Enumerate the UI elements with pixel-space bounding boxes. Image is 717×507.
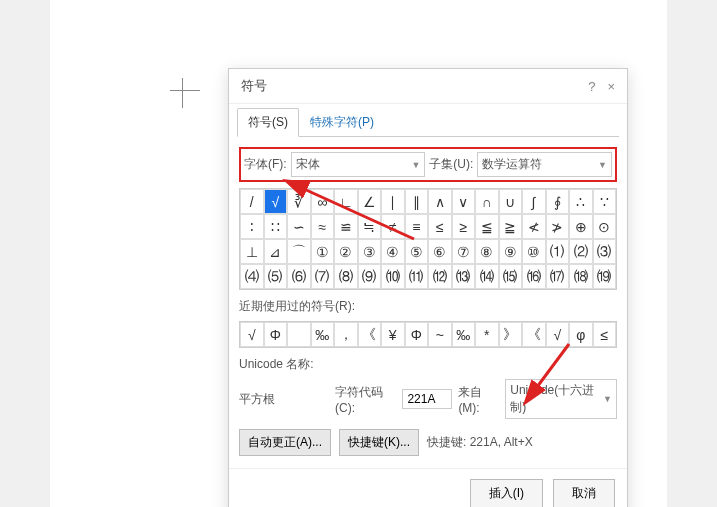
symbol-cell[interactable]: ⌒ bbox=[287, 239, 311, 264]
autocorrect-button[interactable]: 自动更正(A)... bbox=[239, 429, 331, 456]
symbol-cell[interactable]: ⑿ bbox=[428, 264, 452, 289]
symbol-cell[interactable]: ⑺ bbox=[311, 264, 335, 289]
code-input[interactable] bbox=[402, 389, 452, 409]
symbol-cell[interactable]: ⑾ bbox=[405, 264, 429, 289]
symbol-cell[interactable]: ⑶ bbox=[593, 239, 617, 264]
recent-cell[interactable]: 《 bbox=[522, 322, 546, 347]
recent-cell[interactable] bbox=[287, 322, 311, 347]
symbol-cell[interactable]: ≠ bbox=[381, 214, 405, 239]
symbol-cell[interactable]: ⊿ bbox=[264, 239, 288, 264]
tab-symbols[interactable]: 符号(S) bbox=[237, 108, 299, 137]
symbol-cell[interactable]: ≈ bbox=[311, 214, 335, 239]
recent-cell[interactable]: ≤ bbox=[593, 322, 617, 347]
symbol-cell[interactable]: ⑹ bbox=[287, 264, 311, 289]
symbol-cell[interactable]: ⊕ bbox=[569, 214, 593, 239]
symbol-cell[interactable]: ≌ bbox=[334, 214, 358, 239]
symbol-cell[interactable]: ∠ bbox=[358, 189, 382, 214]
symbol-cell[interactable]: ∣ bbox=[381, 189, 405, 214]
close-button[interactable]: × bbox=[607, 79, 615, 94]
symbol-cell[interactable]: ∽ bbox=[287, 214, 311, 239]
symbol-cell[interactable]: ∩ bbox=[475, 189, 499, 214]
symbol-cell[interactable]: ⑼ bbox=[358, 264, 382, 289]
symbol-cell[interactable]: ∷ bbox=[264, 214, 288, 239]
symbol-cell[interactable]: ∶ bbox=[240, 214, 264, 239]
recent-cell[interactable]: √ bbox=[240, 322, 264, 347]
symbol-cell[interactable]: ② bbox=[334, 239, 358, 264]
symbol-cell[interactable]: ∞ bbox=[311, 189, 335, 214]
help-button[interactable]: ? bbox=[588, 79, 595, 94]
shortcut-text: 快捷键: 221A, Alt+X bbox=[427, 434, 533, 451]
symbol-cell[interactable]: ∫ bbox=[522, 189, 546, 214]
symbol-cell[interactable]: ⒅ bbox=[569, 264, 593, 289]
symbol-cell[interactable]: ⒆ bbox=[593, 264, 617, 289]
font-select[interactable]: 宋体 ▼ bbox=[291, 152, 426, 177]
symbol-cell[interactable]: ≦ bbox=[475, 214, 499, 239]
symbol-cell[interactable]: ⑴ bbox=[546, 239, 570, 264]
recent-cell[interactable]: ， bbox=[334, 322, 358, 347]
symbol-cell[interactable]: ⑨ bbox=[499, 239, 523, 264]
recent-cell[interactable]: ~ bbox=[428, 322, 452, 347]
subset-select[interactable]: 数学运算符 ▼ bbox=[477, 152, 612, 177]
symbol-cell[interactable]: ⒀ bbox=[452, 264, 476, 289]
symbol-cell[interactable]: ∪ bbox=[499, 189, 523, 214]
symbol-cell[interactable]: ⑥ bbox=[428, 239, 452, 264]
symbol-cell[interactable]: ⒃ bbox=[522, 264, 546, 289]
recent-cell[interactable]: Φ bbox=[405, 322, 429, 347]
symbol-cell[interactable]: √ bbox=[264, 189, 288, 214]
symbol-cell[interactable]: ⑻ bbox=[334, 264, 358, 289]
symbol-cell[interactable]: ∧ bbox=[428, 189, 452, 214]
symbol-cell[interactable]: ∵ bbox=[593, 189, 617, 214]
shortcutkey-button[interactable]: 快捷键(K)... bbox=[339, 429, 419, 456]
from-select[interactable]: Unicode(十六进制) ▼ bbox=[505, 379, 617, 419]
recent-cell[interactable]: * bbox=[475, 322, 499, 347]
symbol-cell[interactable]: / bbox=[240, 189, 264, 214]
symbol-cell[interactable]: ③ bbox=[358, 239, 382, 264]
recent-cell[interactable]: ¥ bbox=[381, 322, 405, 347]
symbol-cell[interactable]: ≧ bbox=[499, 214, 523, 239]
recent-cell[interactable]: √ bbox=[546, 322, 570, 347]
symbol-cell[interactable]: ∮ bbox=[546, 189, 570, 214]
symbol-cell[interactable]: ∛ bbox=[287, 189, 311, 214]
recent-cell[interactable]: 》 bbox=[499, 322, 523, 347]
recent-grid: √Φ‰，《¥Φ~‰*》《√φ≤ bbox=[239, 321, 617, 348]
symbol-cell[interactable]: ∥ bbox=[405, 189, 429, 214]
symbol-cell[interactable]: ≯ bbox=[546, 214, 570, 239]
recent-cell[interactable]: Φ bbox=[264, 322, 288, 347]
symbol-cell[interactable]: ⑽ bbox=[381, 264, 405, 289]
symbol-cell[interactable]: ⑩ bbox=[522, 239, 546, 264]
unicode-name-label: Unicode 名称: bbox=[239, 357, 314, 371]
font-subset-row: 字体(F): 宋体 ▼ 子集(U): 数学运算符 ▼ bbox=[239, 147, 617, 182]
symbol-cell[interactable]: ≥ bbox=[452, 214, 476, 239]
symbol-cell[interactable]: ④ bbox=[381, 239, 405, 264]
symbol-cell[interactable]: ≡ bbox=[405, 214, 429, 239]
text-cursor bbox=[170, 78, 200, 96]
symbol-cell[interactable]: ⒂ bbox=[499, 264, 523, 289]
symbol-cell[interactable]: ⑦ bbox=[452, 239, 476, 264]
symbol-cell[interactable]: ≮ bbox=[522, 214, 546, 239]
insert-button[interactable]: 插入(I) bbox=[470, 479, 543, 507]
symbol-cell[interactable]: ⑧ bbox=[475, 239, 499, 264]
symbols-dialog: 符号 ? × 符号(S) 特殊字符(P) 字体(F): 宋体 ▼ 子集(U): … bbox=[228, 68, 628, 507]
symbol-cell[interactable]: ∴ bbox=[569, 189, 593, 214]
symbol-cell[interactable]: ⒁ bbox=[475, 264, 499, 289]
symbol-cell[interactable]: ⑸ bbox=[264, 264, 288, 289]
recent-cell[interactable]: 《 bbox=[358, 322, 382, 347]
symbol-cell[interactable]: ≤ bbox=[428, 214, 452, 239]
recent-cell[interactable]: φ bbox=[569, 322, 593, 347]
symbol-cell[interactable]: ∨ bbox=[452, 189, 476, 214]
symbol-cell[interactable]: ⑷ bbox=[240, 264, 264, 289]
symbol-cell[interactable]: ⑵ bbox=[569, 239, 593, 264]
cancel-button[interactable]: 取消 bbox=[553, 479, 615, 507]
chevron-down-icon: ▼ bbox=[594, 160, 607, 170]
symbol-cell[interactable]: ① bbox=[311, 239, 335, 264]
recent-label: 近期使用过的符号(R): bbox=[239, 298, 617, 315]
recent-cell[interactable]: ‰ bbox=[311, 322, 335, 347]
symbol-cell[interactable]: ≒ bbox=[358, 214, 382, 239]
symbol-cell[interactable]: ⑤ bbox=[405, 239, 429, 264]
symbol-cell[interactable]: ⊙ bbox=[593, 214, 617, 239]
recent-cell[interactable]: ‰ bbox=[452, 322, 476, 347]
symbol-cell[interactable]: ⒄ bbox=[546, 264, 570, 289]
symbol-cell[interactable]: ⊥ bbox=[240, 239, 264, 264]
tab-special[interactable]: 特殊字符(P) bbox=[299, 108, 385, 137]
symbol-cell[interactable]: ∟ bbox=[334, 189, 358, 214]
